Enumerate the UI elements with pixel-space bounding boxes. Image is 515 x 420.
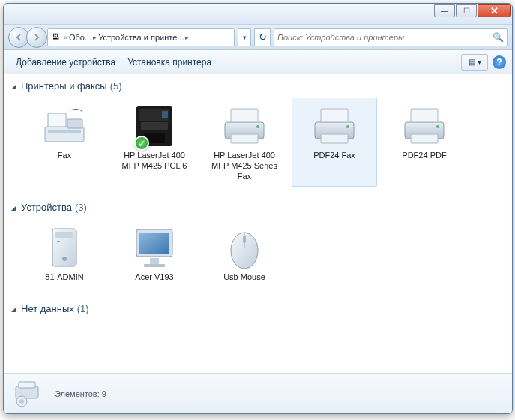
group-header[interactable]: ◢Устройства(3) (4, 199, 500, 216)
device-item[interactable]: PDF24 Fax (292, 98, 377, 187)
svg-rect-14 (321, 109, 348, 122)
refresh-button[interactable]: ↻ (254, 28, 271, 46)
collapse-icon: ◢ (11, 305, 16, 313)
svg-point-23 (62, 256, 67, 261)
chevron-right-icon: ▸ (93, 34, 97, 41)
search-box: 🔍 (274, 28, 508, 46)
group-header[interactable]: ◢Нет данных(1) (4, 300, 500, 317)
breadcrumb-root[interactable]: Обо... (69, 33, 91, 42)
svg-rect-0 (45, 127, 84, 142)
group-title: Принтеры и факсы (21, 80, 107, 92)
group: ◢Нет данных(1) (4, 297, 500, 323)
group-items: Fax✓HP LaserJet 400 MFP M425 PCL 6HP Las… (4, 94, 500, 190)
svg-point-16 (346, 125, 349, 128)
svg-point-20 (436, 125, 439, 128)
device-item[interactable]: ✓HP LaserJet 400 MFP M425 PCL 6 (112, 98, 197, 187)
group: ◢Принтеры и факсы(5)Fax✓HP LaserJet 400 … (4, 74, 500, 196)
device-label: Fax (58, 151, 71, 161)
device-item[interactable]: Fax (22, 98, 107, 187)
search-icon[interactable]: 🔍 (493, 32, 504, 43)
group-title: Устройства (21, 202, 72, 213)
chevron-down-icon: ▾ (478, 58, 481, 66)
group-count: (1) (77, 303, 89, 314)
svg-point-35 (19, 399, 24, 404)
svg-rect-24 (57, 241, 60, 242)
device-item[interactable]: Acer V193 (112, 219, 197, 288)
nav-buttons (8, 27, 44, 48)
maximize-button[interactable]: ☐ (456, 4, 477, 17)
group: ◢Устройства(3)81-ADMINAcer V193Usb Mouse (4, 196, 500, 297)
svg-rect-19 (411, 134, 438, 143)
status-icon (11, 379, 46, 409)
group-items: 81-ADMINAcer V193Usb Mouse (4, 216, 500, 291)
default-check-icon: ✓ (134, 136, 149, 151)
printer-icon (218, 103, 271, 149)
svg-rect-18 (411, 109, 438, 122)
status-text: Элементов: 9 (55, 389, 106, 398)
device-label: PDF24 PDF (402, 151, 446, 161)
collapse-icon: ◢ (11, 82, 16, 90)
svg-rect-15 (321, 134, 348, 143)
svg-rect-10 (231, 109, 258, 122)
close-button[interactable]: ✕ (478, 4, 511, 17)
svg-rect-33 (19, 382, 35, 388)
svg-rect-2 (67, 119, 82, 128)
mfp-icon: ✓ (128, 103, 181, 149)
svg-rect-22 (55, 232, 73, 238)
help-button[interactable]: ? (493, 56, 506, 69)
svg-rect-8 (162, 111, 168, 118)
svg-rect-11 (231, 134, 258, 143)
svg-rect-27 (150, 258, 159, 264)
svg-rect-26 (139, 232, 169, 254)
mouse-icon (218, 224, 271, 271)
svg-rect-1 (48, 113, 66, 127)
group-count: (5) (110, 80, 122, 92)
add-printer-button[interactable]: Установка принтера (121, 54, 217, 70)
view-options-button[interactable]: ▤▾ (461, 54, 488, 70)
svg-point-12 (256, 125, 259, 128)
chevron-left-icon: « (64, 34, 67, 41)
printer-icon (308, 103, 361, 149)
group-header[interactable]: ◢Принтеры и факсы(5) (4, 77, 500, 94)
device-label: Usb Mouse (223, 272, 265, 283)
history-dropdown-button[interactable]: ▾ (238, 28, 251, 46)
device-item[interactable]: HP LaserJet 400 MFP M425 Series Fax (202, 98, 287, 187)
pc-icon (38, 224, 91, 271)
svg-rect-31 (243, 236, 246, 243)
search-input[interactable] (277, 33, 493, 42)
breadcrumb[interactable]: 🖶 « Обо... ▸ Устройства и принте... ▸ (47, 28, 235, 46)
monitor-icon (128, 224, 181, 271)
svg-rect-6 (141, 122, 168, 130)
svg-rect-28 (144, 264, 165, 267)
content-area: ◢Принтеры и факсы(5)Fax✓HP LaserJet 400 … (4, 74, 512, 373)
status-bar: Элементов: 9 (4, 373, 512, 413)
device-item[interactable]: Usb Mouse (202, 219, 287, 288)
group-count: (3) (75, 202, 87, 213)
collapse-icon: ◢ (11, 204, 16, 212)
devices-icon: 🖶 (51, 32, 60, 43)
device-label: 81-ADMIN (45, 272, 83, 283)
device-item[interactable]: PDF24 PDF (382, 98, 467, 187)
minimize-button[interactable]: — (434, 4, 455, 17)
group-title: Нет данных (21, 303, 74, 314)
titlebar: — ☐ ✕ (4, 4, 512, 25)
device-label: Acer V193 (135, 272, 173, 283)
device-label: HP LaserJet 400 MFP M425 Series Fax (204, 151, 285, 182)
forward-button[interactable] (26, 27, 47, 48)
fax-icon (38, 103, 91, 149)
svg-rect-3 (48, 130, 81, 133)
toolbar: Добавление устройства Установка принтера… (4, 50, 512, 74)
explorer-window: — ☐ ✕ 🖶 « Обо... ▸ Устройства и принте..… (3, 3, 513, 414)
breadcrumb-current[interactable]: Устройства и принте... (98, 33, 184, 42)
add-device-button[interactable]: Добавление устройства (10, 54, 121, 70)
printer-icon (398, 103, 451, 149)
device-label: PDF24 Fax (313, 151, 355, 161)
chevron-right-icon: ▸ (185, 34, 189, 41)
device-item[interactable]: 81-ADMIN (22, 219, 107, 288)
address-bar: 🖶 « Обо... ▸ Устройства и принте... ▸ ▾ … (4, 25, 512, 50)
view-icon: ▤ (469, 58, 475, 66)
device-label: HP LaserJet 400 MFP M425 PCL 6 (114, 151, 195, 172)
